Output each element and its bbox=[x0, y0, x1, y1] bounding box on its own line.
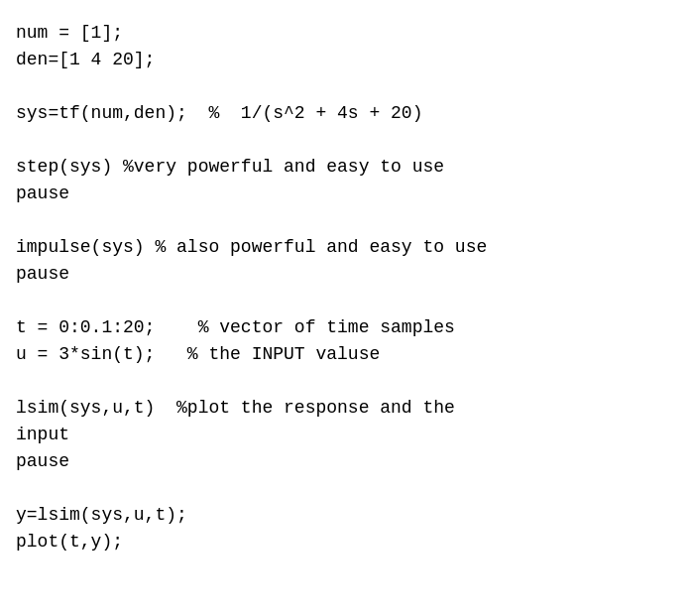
empty-line-10 bbox=[16, 288, 678, 314]
empty-line-13 bbox=[16, 368, 678, 395]
code-line-8: impulse(sys) % also powerful and easy to… bbox=[16, 234, 678, 261]
code-container: num = [1];den=[1 4 20]; sys=tf(num,den);… bbox=[0, 0, 694, 616]
code-line-5: step(sys) %very powerful and easy to use bbox=[16, 154, 678, 181]
code-line-19: plot(t,y); bbox=[16, 529, 678, 555]
code-line-15: input bbox=[16, 422, 678, 448]
code-line-16: pause bbox=[16, 448, 678, 475]
empty-line-7 bbox=[16, 207, 678, 234]
code-line-6: pause bbox=[16, 181, 678, 207]
code-line-9: pause bbox=[16, 261, 678, 288]
code-line-18: y=lsim(sys,u,t); bbox=[16, 502, 678, 529]
code-block: num = [1];den=[1 4 20]; sys=tf(num,den);… bbox=[16, 20, 678, 555]
code-line-0: num = [1]; bbox=[16, 20, 678, 47]
code-line-14: lsim(sys,u,t) %plot the response and the bbox=[16, 395, 678, 422]
code-line-1: den=[1 4 20]; bbox=[16, 47, 678, 73]
empty-line-17 bbox=[16, 475, 678, 502]
code-line-12: u = 3*sin(t); % the INPUT valuse bbox=[16, 341, 678, 368]
empty-line-4 bbox=[16, 127, 678, 154]
code-line-11: t = 0:0.1:20; % vector of time samples bbox=[16, 314, 678, 341]
code-line-3: sys=tf(num,den); % 1/(s^2 + 4s + 20) bbox=[16, 100, 678, 127]
empty-line-2 bbox=[16, 73, 678, 100]
